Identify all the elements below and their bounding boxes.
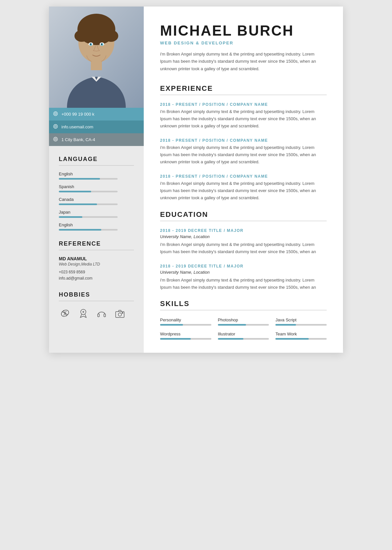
education-section-title: EDUCATION [160, 210, 327, 219]
skill-bar-bg [218, 338, 269, 340]
language-bar-bg [59, 229, 118, 231]
language-name: English [59, 222, 134, 227]
edu-desc: i'm Broken Angel simply dummy text & the… [160, 241, 327, 255]
experience-item: 2018 - PRESENT / POSITION / COMPANY NAME… [160, 174, 327, 202]
skills-grid: Personality Photoshop Java Script Wordpr… [160, 317, 327, 340]
language-item: English [59, 171, 134, 180]
skill-bar-bg [275, 324, 327, 326]
address-text: 1 City Bank, CA-4 [61, 137, 95, 142]
svg-point-16 [55, 113, 56, 114]
exp-desc: i'm Broken Angel simply dummy text & the… [160, 108, 327, 130]
skill-bar-fill [160, 324, 183, 326]
svg-point-20 [55, 138, 56, 140]
language-bar-fill [59, 203, 97, 205]
svg-point-7 [89, 20, 104, 29]
language-bar-bg [59, 191, 118, 192]
contact-email: info.usemail.com [49, 121, 144, 133]
main-content: MICHAEL BURCH WEB DESIGN & DEVELOPER i'm… [144, 7, 343, 353]
skill-bar-fill [160, 338, 191, 340]
language-bar-bg [59, 216, 118, 218]
language-name: Japan [59, 210, 134, 215]
language-name: English [59, 171, 134, 176]
language-section-title: LANGUAGE [59, 156, 134, 163]
email-address: info.usemail.com [61, 124, 93, 129]
candidate-name: MICHAEL BURCH [160, 23, 327, 39]
education-divider [160, 221, 327, 221]
hobby-icon-music [95, 307, 108, 319]
edu-university: University Name, Location [160, 234, 327, 239]
language-list: English Spanish Canada Japan English [59, 171, 134, 231]
phone-number: +000 99 19 000 k [61, 112, 94, 117]
svg-rect-8 [91, 60, 102, 70]
edu-subtitle: 2018 - 2019 DECREE TITLE / MAJOR [160, 228, 327, 233]
language-bar-fill [59, 216, 82, 218]
exp-subtitle: 2018 - PRESENT / POSITION / COMPANY NAME [160, 174, 327, 179]
language-item: Japan [59, 210, 134, 218]
svg-point-19 [54, 137, 57, 141]
candidate-title: WEB DESIGN & DEVELOPER [160, 40, 327, 45]
address-icon [53, 137, 58, 143]
skill-bar-fill [218, 338, 243, 340]
svg-point-31 [118, 313, 122, 316]
svg-point-17 [54, 124, 57, 128]
language-item: Canada [59, 197, 134, 205]
hobbies-section-title: HOBBIES [59, 291, 134, 298]
skill-bar-bg [160, 338, 211, 340]
education-list: 2018 - 2019 DECREE TITLE / MAJOR Univers… [160, 228, 327, 291]
phone-icon [53, 111, 58, 117]
skill-bar-fill [275, 324, 296, 326]
profile-photo [49, 7, 144, 108]
skill-item: Personality [160, 317, 211, 326]
edu-desc: i'm Broken Angel simply dummy text & the… [160, 277, 327, 291]
exp-desc: i'm Broken Angel simply dummy text & the… [160, 144, 327, 166]
candidate-summary: i'm Broken Angel simply dummy text & the… [160, 51, 327, 72]
skill-name: Illustrator [218, 332, 269, 336]
language-name: Spanish [59, 184, 134, 189]
reference-section-title: REFERENCE [59, 240, 134, 247]
svg-point-32 [122, 313, 123, 314]
ref-phone: +023 659 8569 [59, 269, 134, 275]
svg-point-4 [104, 30, 118, 42]
language-item: English [59, 222, 134, 231]
exp-subtitle: 2018 - PRESENT / POSITION / COMPANY NAME [160, 102, 327, 107]
svg-point-13 [90, 43, 91, 45]
education-item: 2018 - 2019 DECREE TITLE / MAJOR Univers… [160, 228, 327, 255]
skill-bar-bg [218, 324, 269, 326]
skill-bar-fill [218, 324, 246, 326]
svg-point-14 [101, 43, 102, 45]
skill-item: Java Script [275, 317, 327, 326]
exp-subtitle: 2018 - PRESENT / POSITION / COMPANY NAME [160, 138, 327, 143]
skill-item: Wordpress [160, 332, 211, 340]
reference-divider [59, 250, 134, 250]
svg-point-15 [54, 112, 57, 116]
experience-item: 2018 - PRESENT / POSITION / COMPANY NAME… [160, 138, 327, 166]
skill-item: Photoshop [218, 317, 269, 326]
hobbies-icons [59, 307, 134, 319]
skill-bar-bg [275, 338, 327, 340]
language-bar-bg [59, 178, 118, 180]
hobby-icon-football [59, 307, 71, 319]
experience-section-title: EXPERIENCE [160, 84, 327, 93]
skill-item: Team Work [275, 332, 327, 340]
skill-bar-bg [160, 324, 211, 326]
resume-container: +000 99 19 000 k info.usemail.com 1 City… [49, 7, 343, 353]
svg-rect-29 [104, 314, 106, 317]
skill-item: Illustrator [218, 332, 269, 340]
skill-name: Photoshop [218, 317, 269, 322]
hobbies-divider [59, 301, 134, 301]
svg-point-18 [55, 125, 56, 127]
skill-name: Wordpress [160, 332, 211, 336]
language-item: Spanish [59, 184, 134, 192]
skill-bar-fill [275, 338, 309, 340]
reference-block: MD ANAMUL Web Design,Media LTD +023 659 … [59, 256, 134, 282]
experience-list: 2018 - PRESENT / POSITION / COMPANY NAME… [160, 102, 327, 202]
skills-divider [160, 310, 327, 310]
sidebar-content: LANGUAGE English Spanish Canada Japan En… [49, 146, 144, 329]
sidebar: +000 99 19 000 k info.usemail.com 1 City… [49, 7, 144, 353]
ref-title: Web Design,Media LTD [59, 262, 134, 267]
skill-name: Personality [160, 317, 211, 322]
exp-desc: i'm Broken Angel simply dummy text & the… [160, 180, 327, 202]
edu-university: University Name, Location [160, 270, 327, 275]
language-name: Canada [59, 197, 134, 202]
language-bar-fill [59, 229, 101, 231]
